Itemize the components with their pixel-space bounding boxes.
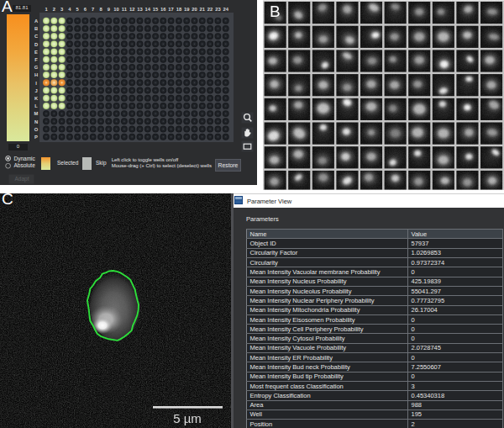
svg-text:B: B	[270, 3, 281, 20]
svg-text:5 µm: 5 µm	[173, 411, 202, 425]
